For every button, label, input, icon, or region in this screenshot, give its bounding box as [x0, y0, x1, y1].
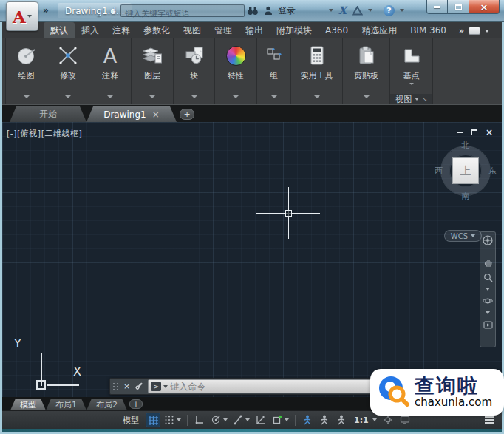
a360-dropdown-icon[interactable]: [368, 9, 372, 12]
ribbon-tab-view[interactable]: 视图: [177, 22, 208, 38]
ribbon-tabs-overflow-button[interactable]: »: [459, 26, 464, 35]
ribbon-tab-annotate[interactable]: 注释: [106, 22, 137, 38]
application-menu-button[interactable]: A: [6, 1, 38, 31]
ribbon-panel-layers[interactable]: 图层: [132, 38, 174, 104]
ribbon-panel-draw[interactable]: 绘图: [5, 38, 47, 104]
compass-west-label[interactable]: 西: [435, 166, 443, 177]
ribbon-panel-annotate[interactable]: A 注释: [89, 38, 132, 104]
ribbon-display-dropdown-icon[interactable]: [485, 30, 489, 33]
command-customize-wrench-icon[interactable]: [134, 379, 143, 393]
panel-expand-button[interactable]: [314, 87, 320, 101]
signin-dropdown-icon[interactable]: [329, 9, 333, 12]
ribbon-tab-home[interactable]: 默认: [44, 22, 75, 38]
layout-tab-layout2[interactable]: 布局2: [86, 399, 127, 410]
scale-dropdown-icon[interactable]: [372, 418, 377, 421]
base-point-label[interactable]: 基点: [403, 70, 420, 81]
drawing-restore-icon[interactable]: [471, 129, 477, 135]
object-snap-tracking-button[interactable]: [253, 413, 268, 427]
model-space-button[interactable]: 模型: [118, 415, 143, 426]
object-snap-button[interactable]: [270, 413, 290, 427]
ribbon-tab-a360[interactable]: A360: [319, 22, 355, 38]
annotation-visibility-button[interactable]: [300, 413, 315, 427]
polar-dropdown-icon[interactable]: [223, 418, 228, 421]
search-input[interactable]: [121, 8, 244, 19]
drawing-minimize-icon[interactable]: [457, 132, 463, 133]
panel-expand-button[interactable]: [24, 87, 30, 101]
ribbon-tab-insert[interactable]: 插入: [75, 22, 106, 38]
viewcube[interactable]: 北 南 西 东 上: [435, 140, 497, 202]
drawing-close-icon[interactable]: ×: [486, 129, 493, 136]
ribbon-panel-utilities[interactable]: 实用工具: [291, 38, 343, 104]
annotation-scale-button[interactable]: 1:1: [351, 413, 378, 427]
ribbon-panel-view[interactable]: 基点 视图 ↘: [390, 38, 433, 104]
ribbon-tab-parametric[interactable]: 参数化: [137, 22, 177, 38]
compass-south-label[interactable]: 南: [462, 191, 470, 202]
file-tab-drawing1[interactable]: Drawing1 ×: [86, 106, 177, 122]
new-layout-button[interactable]: +: [129, 399, 143, 409]
sign-in-button[interactable]: 登录: [278, 4, 296, 17]
ribbon-display-toggle-icon[interactable]: [469, 27, 480, 35]
command-line-palette[interactable]: × >: [109, 378, 415, 395]
ribbon-tab-featured-apps[interactable]: 精选应用: [355, 22, 403, 38]
customization-menu-button[interactable]: [485, 416, 494, 424]
compass-north-label[interactable]: 北: [462, 140, 470, 151]
pan-hand-icon[interactable]: [483, 257, 493, 267]
panel-expand-button[interactable]: [149, 87, 155, 101]
ribbon-panel-properties[interactable]: 特性: [215, 38, 257, 104]
navigation-bar[interactable]: [480, 231, 496, 347]
orbit-dropdown-icon[interactable]: [486, 311, 490, 314]
layout-tab-layout1[interactable]: 布局1: [46, 399, 86, 410]
ribbon-tab-addins[interactable]: 附加模块: [270, 22, 319, 38]
orbit-icon[interactable]: [483, 296, 493, 306]
ribbon-tab-manage[interactable]: 管理: [208, 22, 239, 38]
isometric-drafting-button[interactable]: [231, 413, 251, 427]
close-button[interactable]: ×: [469, 0, 500, 14]
ribbon-panel-modify[interactable]: 修改: [47, 38, 89, 104]
panel-expand-button[interactable]: [364, 87, 370, 101]
viewport-controls[interactable]: [-][俯视][二维线框]: [7, 128, 82, 139]
polar-tracking-button[interactable]: [209, 413, 229, 427]
ribbon-tab-bim360[interactable]: BIM 360: [403, 22, 453, 38]
command-prompt-icon[interactable]: >: [151, 382, 161, 391]
zoom-icon[interactable]: [483, 272, 493, 282]
snap-dropdown-icon[interactable]: [177, 418, 181, 421]
panel-expand-button[interactable]: [271, 87, 277, 101]
quick-access-overflow-button[interactable]: »: [43, 5, 49, 16]
ribbon-tab-output[interactable]: 输出: [239, 22, 270, 38]
full-navigation-wheel-icon[interactable]: [483, 235, 493, 245]
snap-mode-button[interactable]: [163, 413, 183, 427]
zoom-dropdown-icon[interactable]: [486, 288, 490, 291]
showmotion-icon[interactable]: [483, 319, 493, 330]
wcs-dropdown-button[interactable]: WCS: [444, 230, 482, 242]
maximize-button[interactable]: [448, 0, 469, 14]
ribbon-panel-block[interactable]: 块: [174, 38, 215, 104]
a360-icon[interactable]: [352, 6, 363, 16]
annotation-autoscale-button[interactable]: [317, 413, 332, 427]
base-point-dropdown-icon[interactable]: [409, 83, 414, 85]
annotation-scale-sync-button[interactable]: [334, 413, 349, 427]
viewcube-top-face[interactable]: 上: [452, 157, 479, 184]
minimize-button[interactable]: [426, 0, 448, 14]
panel-expand-button[interactable]: [107, 87, 113, 101]
view-panel-dropdown-icon[interactable]: [415, 98, 419, 101]
autodesk-exchange-icon[interactable]: X: [338, 4, 347, 16]
search-binoculars-icon[interactable]: [247, 6, 259, 16]
osnap-dropdown-icon[interactable]: [285, 418, 289, 421]
compass-east-label[interactable]: 东: [488, 166, 497, 177]
file-tab-start[interactable]: 开始: [10, 106, 86, 122]
layout-tab-model[interactable]: 模型: [10, 399, 46, 410]
drawing-canvas[interactable]: [-][俯视][二维线框] × 北 南 西 东 上 WCS: [2, 122, 502, 397]
palette-grip-handle[interactable]: [113, 383, 119, 390]
grid-display-button[interactable]: [146, 413, 160, 427]
panel-expand-button[interactable]: [191, 87, 197, 101]
ortho-mode-button[interactable]: [192, 413, 207, 427]
new-drawing-tab-button[interactable]: +: [180, 109, 194, 120]
ribbon-panel-clipboard[interactable]: 剪贴板: [343, 38, 390, 104]
ribbon-panel-groups[interactable]: 组: [257, 38, 291, 104]
recent-commands-dropdown-icon[interactable]: [163, 385, 168, 388]
help-icon[interactable]: ?: [384, 5, 395, 16]
file-tab-close-icon[interactable]: ×: [152, 109, 160, 120]
panel-expand-button[interactable]: [65, 87, 71, 101]
view-panel-title[interactable]: 视图 ↘: [390, 94, 432, 104]
panel-dialog-launcher-icon[interactable]: ↘: [422, 96, 427, 103]
